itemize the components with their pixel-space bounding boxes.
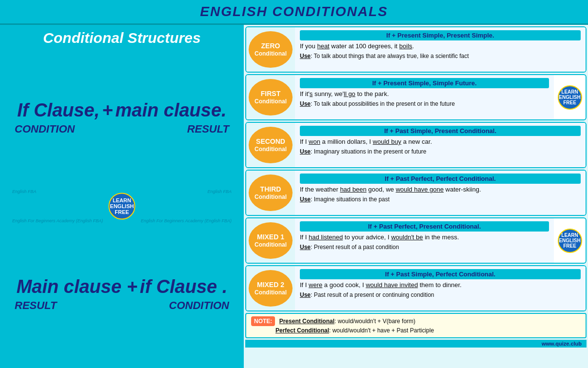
watermark-1: English FBA (12, 189, 37, 194)
result-label-2: RESULT (15, 299, 57, 312)
watermark-2: English FBA (207, 189, 232, 194)
conditional-card: SECOND Conditional If + Past Simple, Pre… (245, 122, 587, 168)
conditional-card: THIRD Conditional If + Past Perfect, Per… (245, 170, 587, 216)
conditional-card: FIRST Conditional If + Present Simple, S… (245, 74, 587, 120)
if-clause-text-2: if Clause . (140, 276, 228, 297)
card-example-2: If I won a million dollars, I would buy … (300, 137, 581, 146)
card-use-4: Use: Present result of a past condition (300, 243, 549, 252)
card-label-top-3: THIRD (260, 185, 281, 194)
card-formula-0: If + Present Simple, Present Simple. (300, 30, 581, 40)
card-formula-5: If + Past Simple, Perfect Conditional. (300, 269, 581, 279)
watermark-4: English For Beginners Academy (English F… (141, 218, 232, 223)
learn-badge-card: LEARNENGLISHFREE (554, 218, 586, 263)
card-content-4: If + Past Perfect, Present Conditional. … (295, 218, 554, 263)
card-content-3: If + Past Perfect, Perfect Conditional. … (295, 171, 586, 215)
card-label-bottom-0: Conditional (255, 50, 287, 57)
footer-bar: www.quize.club (245, 340, 587, 348)
card-label-bottom-2: Conditional (255, 146, 287, 153)
card-label-bottom-5: Conditional (255, 289, 287, 296)
card-label-bottom-4: Conditional (255, 241, 287, 248)
card-formula-3: If + Past Perfect, Perfect Conditional. (300, 174, 581, 184)
card-example-4: If I had listened to your advice, I woul… (300, 233, 549, 242)
card-content-5: If + Past Simple, Perfect Conditional. I… (295, 266, 586, 310)
card-label-bottom-1: Conditional (255, 98, 287, 105)
learn-badge-card: LEARNENGLISHFREE (554, 75, 586, 119)
card-label-4: MIXED 1 Conditional (246, 218, 295, 263)
conditional-card: MIXED 1 Conditional If + Past Perfect, P… (245, 217, 587, 264)
card-use-2: Use: Imaginary situations in the present… (300, 148, 581, 156)
card-example-3: If the weather had been good, we would h… (300, 185, 581, 194)
watermark-3: English For Beginners Academy (English F… (12, 218, 103, 223)
card-label-1: FIRST Conditional (246, 75, 295, 119)
card-use-1: Use: To talk about possibilities in the … (300, 100, 549, 108)
card-label-top-4: MIXED 1 (257, 233, 284, 241)
if-clause-text: If Clause, (17, 100, 99, 121)
card-label-top-5: MIXED 2 (257, 281, 284, 289)
card-example-0: If you heat water at 100 degrees, it boi… (300, 42, 581, 51)
card-label-3: THIRD Conditional (246, 171, 295, 215)
result-label: RESULT (187, 123, 229, 136)
plus-symbol: + (102, 100, 113, 121)
right-panel: ZERO Conditional If + Present Simple, Pr… (244, 25, 588, 368)
condition-label-2: CONDITION (169, 299, 229, 312)
card-label-top-0: ZERO (261, 42, 280, 50)
note-bar: NOTE: Present Conditional: would/wouldn'… (245, 313, 587, 338)
card-content-0: If + Present Simple, Present Simple. If … (295, 27, 586, 72)
card-formula-4: If + Past Perfect, Present Conditional. (300, 221, 549, 232)
conditional-card: ZERO Conditional If + Present Simple, Pr… (245, 26, 587, 73)
left-panel: Conditional Structures If Clause, + main… (0, 25, 244, 368)
card-content-1: If + Present Simple, Simple Future. If i… (295, 75, 554, 119)
conditional-card: MIXED 2 Conditional If + Past Simple, Pe… (245, 265, 587, 311)
card-label-5: MIXED 2 Conditional (246, 266, 295, 310)
header: ENGLISH CONDITIONALS (0, 0, 588, 25)
card-label-top-1: FIRST (261, 90, 280, 98)
page-title: ENGLISH CONDITIONALS (0, 4, 588, 19)
card-use-0: Use: To talk about things that are alway… (300, 52, 581, 60)
card-label-2: SECOND Conditional (246, 123, 295, 167)
learn-badge-center: LEARN ENGLISH FREE (109, 193, 136, 219)
card-use-3: Use: Imagine situations in the past (300, 195, 581, 204)
left-title: Conditional Structures (43, 30, 200, 46)
card-use-5: Use: Past result of a present or continu… (300, 291, 581, 299)
note-line2: Perfect Conditional: would/wouldn't + ha… (275, 327, 434, 334)
card-formula-2: If + Past Simple, Present Conditional. (300, 126, 581, 136)
main-clause-text-2: Main clause + (17, 276, 137, 297)
card-formula-1: If + Present Simple, Simple Future. (300, 78, 549, 88)
footer-url: www.quize.club (542, 341, 582, 347)
card-example-1: If it's sunny, we'll go to the park. (300, 90, 549, 98)
main-clause-text: main clause. (116, 100, 227, 121)
card-label-0: ZERO Conditional (246, 27, 295, 72)
card-content-2: If + Past Simple, Present Conditional. I… (295, 123, 586, 167)
note-label: NOTE: (251, 316, 275, 326)
note-line1: Present Conditional: would/wouldn't + V(… (279, 318, 415, 325)
card-label-top-2: SECOND (256, 137, 285, 146)
condition-label: CONDITION (15, 123, 75, 136)
card-label-bottom-3: Conditional (255, 194, 287, 200)
card-example-5: If I were a good cook, I would have invi… (300, 281, 581, 290)
